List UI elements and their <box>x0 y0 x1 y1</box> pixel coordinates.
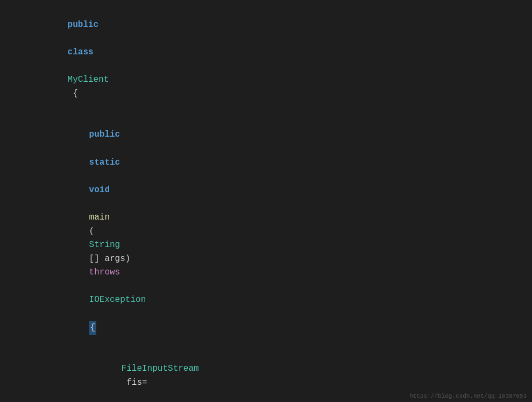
line-content-2: public static void main ( String [] args… <box>26 115 532 349</box>
code-line-2: public static void main ( String [] args… <box>0 115 532 349</box>
brace-open: { <box>68 89 78 98</box>
line-content-1: public class MyClient { <box>26 4 532 115</box>
keyword-static: static <box>89 158 120 167</box>
type-string: String <box>89 240 120 250</box>
bottom-bar: https://blog.csdn.net/qq_16397653 <box>0 391 532 402</box>
type-fileinputstream: FileInputStream <box>122 364 199 373</box>
method-main: main <box>89 213 110 222</box>
type-ioexception: IOException <box>89 295 146 305</box>
space <box>68 33 73 43</box>
watermark-text: https://blog.csdn.net/qq_16397653 <box>409 392 527 401</box>
code-editor: public class MyClient { public static vo… <box>0 0 532 402</box>
space <box>68 61 73 70</box>
keyword-void: void <box>89 185 110 195</box>
keyword-public: public <box>68 20 99 30</box>
classname: MyClient <box>68 75 109 84</box>
keyword-class: class <box>68 47 94 57</box>
keyword-public: public <box>89 130 120 139</box>
code-line-1: public class MyClient { <box>0 4 532 115</box>
keyword-throws: throws <box>89 267 120 277</box>
method-open-brace: { <box>89 321 97 335</box>
